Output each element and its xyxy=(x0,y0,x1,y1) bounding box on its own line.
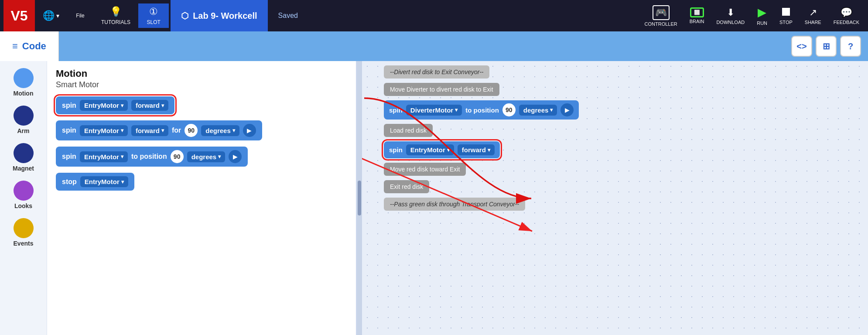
motor-dropdown-3[interactable]: EntryMotor ▾ xyxy=(80,151,128,162)
action-move-diverter: Move Diverter to divert red disk to Exit xyxy=(384,83,499,96)
unit-dropdown-3[interactable]: degrees ▾ xyxy=(187,151,226,162)
top-navigation: V5 🌐 ▾ File 💡 TUTORIALS ① SLOT ⬡ Lab 9- … xyxy=(0,0,868,31)
code-tab[interactable]: ≡ Code xyxy=(0,31,59,61)
feedback-label: FEEDBACK xyxy=(834,20,859,25)
run-label: RUN xyxy=(757,21,767,26)
code-tab-icon: ≡ xyxy=(12,41,18,52)
right-blocks-group: --Divert red disk to Exit Conveyor-- Mov… xyxy=(384,65,579,211)
block-diverter-spin[interactable]: spin DiverterMotor ▾ to position 90 degr… xyxy=(384,100,579,120)
help-icon: ? xyxy=(848,41,853,51)
for-label: for xyxy=(172,126,181,134)
sidebar-item-magnet[interactable]: Magnet xyxy=(3,140,44,175)
code-view-button[interactable]: <> xyxy=(791,36,812,57)
motor-dropdown-r1[interactable]: DiverterMotor ▾ xyxy=(406,105,462,116)
magnet-circle-icon xyxy=(14,143,34,163)
blocks-panel-title: Motion xyxy=(56,68,347,79)
play-button-2[interactable]: ▶ xyxy=(243,124,256,137)
brain-icon: ⬜ xyxy=(690,7,704,17)
blocks-panel-subtitle: Smart Motor xyxy=(56,80,347,89)
unit-dropdown-r1[interactable]: degrees ▾ xyxy=(519,105,557,116)
code-tab-label: Code xyxy=(22,41,46,52)
tutorials-nav-item[interactable]: 💡 TUTORIALS xyxy=(95,3,137,28)
direction-dropdown-r2[interactable]: forward ▾ xyxy=(458,144,495,155)
download-nav-item[interactable]: ⬇ DOWNLOAD xyxy=(711,4,750,27)
action-move-red-disk: Move red disk toward Exit xyxy=(384,163,466,176)
grid-view-button[interactable]: ⊞ xyxy=(816,36,837,57)
stop-nav-item[interactable]: STOP xyxy=(774,4,798,27)
action-load-red-disk: Load red disk xyxy=(384,124,433,137)
second-bar: ≡ Code <> ⊞ ? xyxy=(0,31,868,61)
feedback-nav-item[interactable]: 💬 FEEDBACK xyxy=(828,4,865,27)
block-spin-for-degrees[interactable]: spin EntryMotor ▾ forward ▾ for 90 degre… xyxy=(56,120,262,140)
block-stop[interactable]: stop EntryMotor ▾ xyxy=(56,173,134,191)
position-value-3[interactable]: 90 xyxy=(171,150,184,163)
motion-circle-icon xyxy=(14,68,34,88)
sidebar-item-looks[interactable]: Looks xyxy=(3,177,44,213)
dropdown-arrow-4: ▾ xyxy=(161,127,164,133)
code-view-icon: <> xyxy=(796,41,806,51)
stop-label-block: stop xyxy=(62,178,77,186)
degrees-value-2[interactable]: 90 xyxy=(185,124,198,137)
sidebar-label-arm: Arm xyxy=(17,127,29,134)
run-nav-item[interactable]: ▶ RUN xyxy=(752,3,772,28)
file-label: File xyxy=(76,13,84,19)
to-label-r1: to position xyxy=(465,106,499,114)
globe-nav-item[interactable]: 🌐 ▾ xyxy=(37,7,65,24)
dropdown-arrow-1: ▾ xyxy=(121,103,123,109)
globe-arrow: ▾ xyxy=(56,12,59,19)
motor-dropdown-1[interactable]: EntryMotor ▾ xyxy=(80,100,128,111)
dropdown-arrow-3: ▾ xyxy=(121,127,123,133)
project-title: Lab 9- Workcell xyxy=(193,11,257,21)
brain-nav-item[interactable]: ⬜ BRAIN xyxy=(684,5,710,27)
dropdown-arrow-5: ▾ xyxy=(232,127,235,133)
block-spin-to-position[interactable]: spin EntryMotor ▾ to position 90 degrees… xyxy=(56,147,248,167)
motor-dropdown-4[interactable]: EntryMotor ▾ xyxy=(80,176,128,187)
pos-val-r1[interactable]: 90 xyxy=(502,103,516,116)
dropdown-arrow-7: ▾ xyxy=(218,154,221,160)
dropdown-arrow-2: ▾ xyxy=(161,103,164,109)
play-button-3[interactable]: ▶ xyxy=(229,150,242,163)
spin-label-1: spin xyxy=(62,102,76,109)
motor-dropdown-2[interactable]: EntryMotor ▾ xyxy=(80,125,128,136)
secondbar-right: <> ⊞ ? xyxy=(791,36,868,57)
looks-circle-icon xyxy=(14,181,34,201)
direction-dropdown-1[interactable]: forward ▾ xyxy=(131,100,168,111)
comment-green-disk: --Pass green disk through Transport Conv… xyxy=(384,198,525,211)
motor-dropdown-r2[interactable]: EntryMotor ▾ xyxy=(406,144,454,155)
dropdown-arrow-6: ▾ xyxy=(121,154,123,160)
sidebar-label-magnet: Magnet xyxy=(13,165,34,172)
dropdown-arrow-8: ▾ xyxy=(121,179,124,185)
spin-label-r1: spin xyxy=(389,106,403,114)
tutorials-icon: 💡 xyxy=(110,6,122,17)
download-label: DOWNLOAD xyxy=(716,20,745,25)
play-button-r1[interactable]: ▶ xyxy=(560,103,574,116)
run-icon: ▶ xyxy=(758,6,766,19)
spin-label-r2: spin xyxy=(389,146,403,154)
events-circle-icon xyxy=(14,218,34,238)
controller-label: CONTROLLER xyxy=(645,21,677,27)
share-nav-item[interactable]: ↗ SHARE xyxy=(800,4,827,27)
unit-dropdown-2[interactable]: degrees ▾ xyxy=(201,125,239,136)
help-button[interactable]: ? xyxy=(840,36,861,57)
action-exit-red-disk: Exit red disk xyxy=(384,180,429,193)
sidebar-item-events[interactable]: Events xyxy=(3,215,44,250)
sidebar-item-arm[interactable]: Arm xyxy=(3,102,44,138)
spin-label-2: spin xyxy=(62,126,76,134)
block-spin-forward[interactable]: spin EntryMotor ▾ forward ▾ xyxy=(56,96,174,114)
slot-button[interactable]: ① SLOT xyxy=(138,3,169,28)
scroll-divider[interactable] xyxy=(357,61,362,335)
direction-dropdown-2[interactable]: forward ▾ xyxy=(131,125,168,136)
tutorials-label: TUTORIALS xyxy=(101,19,130,25)
download-icon: ⬇ xyxy=(727,7,735,18)
grid-view-icon: ⊞ xyxy=(823,41,830,51)
file-nav-item[interactable]: File xyxy=(67,10,93,21)
sidebar-label-looks: Looks xyxy=(14,202,32,209)
code-canvas[interactable]: --Divert red disk to Exit Conveyor-- Mov… xyxy=(362,61,868,335)
controller-icon: 🎮 xyxy=(653,5,670,20)
block-entry-motor-forward-right[interactable]: spin EntryMotor ▾ forward ▾ xyxy=(384,141,500,158)
sidebar-item-motion[interactable]: Motion xyxy=(3,65,44,100)
controller-nav-item[interactable]: 🎮 CONTROLLER xyxy=(639,3,683,29)
share-icon: ↗ xyxy=(809,7,817,18)
saved-label: Saved xyxy=(270,12,307,20)
stop-icon xyxy=(782,7,790,18)
